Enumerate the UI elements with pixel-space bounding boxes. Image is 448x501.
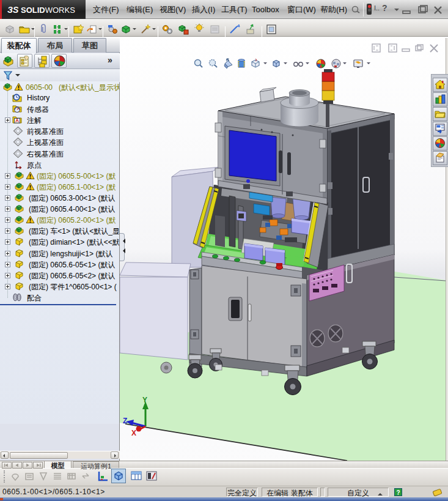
- svg-text:A: A: [15, 117, 19, 124]
- svg-text:Y: Y: [142, 396, 147, 404]
- svg-text:Z: Z: [123, 417, 127, 425]
- svg-text:X: X: [131, 429, 136, 437]
